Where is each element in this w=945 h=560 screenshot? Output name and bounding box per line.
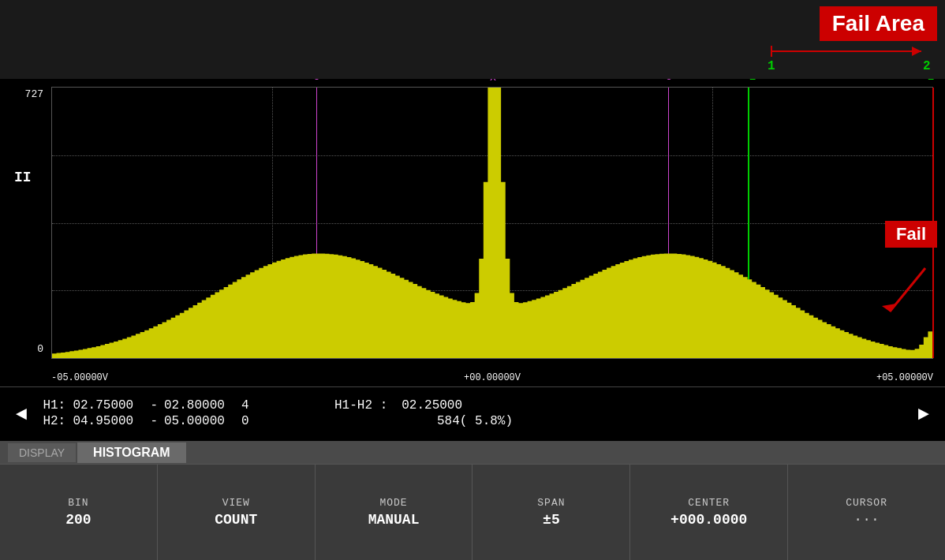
chart-inner: σ x̄ σ 1 2	[51, 87, 933, 359]
h1-label: H1:	[43, 398, 66, 413]
h2-to: 05.00000	[164, 414, 235, 428]
top-annotation-area: Fail Area 1 2	[0, 0, 945, 79]
btn-bin-label: BIN	[68, 497, 88, 509]
pause-indicator: II	[14, 170, 32, 185]
btn-span-label: SPAN	[537, 497, 565, 509]
btn-view[interactable]: VIEW COUNT	[158, 465, 316, 560]
svg-text:1: 1	[768, 59, 775, 73]
tab-histogram[interactable]: HISTOGRAM	[77, 442, 185, 463]
nav-right-arrow[interactable]: ►	[910, 404, 937, 425]
tab-display[interactable]: DISPLAY	[8, 443, 76, 462]
btn-cursor-label: CURSOR	[846, 497, 887, 509]
h2-dash: -	[150, 414, 158, 428]
readout-row-h2: H2: 04.95000 - 05.00000 0 584( 5.8%)	[43, 414, 902, 428]
h2-label: H2:	[43, 414, 66, 428]
y-label-max: 727	[0, 88, 43, 100]
svg-line-5	[890, 268, 925, 312]
data-readout-area: ◄ H1: 02.75000 - 02.80000 4 H1-H2 : 02.2…	[0, 386, 945, 442]
btn-mode[interactable]: MODE MANUAL	[316, 465, 473, 560]
diff-value: 02.25000	[402, 398, 462, 413]
x-label-left: -05.00000V	[51, 372, 108, 383]
svg-text:2: 2	[923, 59, 931, 73]
x-label-center: +00.00000V	[464, 372, 521, 383]
diff-label: H1-H2 :	[334, 398, 387, 413]
pct-value: 584( 5.8%)	[437, 414, 513, 428]
toolbar: DISPLAY HISTOGRAM BIN 200 VIEW COUNT MOD…	[0, 442, 945, 560]
y-label-min: 0	[0, 343, 43, 355]
h1-dash: -	[150, 398, 158, 413]
btn-center[interactable]: CENTER +000.0000	[630, 465, 788, 560]
btn-span[interactable]: SPAN ±5	[472, 465, 630, 560]
fail-badge: Fail	[885, 221, 937, 248]
svg-marker-2	[912, 47, 921, 56]
nav-left-arrow[interactable]: ◄	[8, 404, 35, 425]
h1-count: 4	[241, 398, 265, 413]
fail-arrow	[866, 260, 937, 323]
toolbar-header: DISPLAY HISTOGRAM	[0, 442, 945, 464]
btn-span-value: ±5	[543, 512, 560, 528]
btn-bin-value: 200	[65, 512, 91, 528]
btn-view-label: VIEW	[222, 497, 250, 509]
toolbar-buttons: BIN 200 VIEW COUNT MODE MANUAL SPAN ±5 C…	[0, 464, 945, 560]
x-label-right: +05.00000V	[876, 372, 933, 383]
btn-mode-value: MANUAL	[368, 512, 420, 528]
h1-to: 02.80000	[164, 398, 235, 413]
h2-from: 04.95000	[73, 414, 144, 428]
h1-from: 02.75000	[73, 398, 144, 413]
chart-area: 727 0 II σ x̄ σ 1 2	[0, 79, 945, 386]
histogram-chart	[52, 88, 932, 358]
btn-bin[interactable]: BIN 200	[0, 465, 158, 560]
fail-area-badge: Fail Area	[820, 6, 937, 41]
readout-content: H1: 02.75000 - 02.80000 4 H1-H2 : 02.250…	[35, 398, 910, 430]
h2-count: 0	[241, 414, 265, 428]
btn-view-value: COUNT	[215, 512, 257, 528]
btn-center-label: CENTER	[688, 497, 730, 509]
x-axis-labels: -05.00000V +00.00000V +05.00000V	[51, 372, 933, 383]
fail-area-arrow-svg: 1 2	[764, 39, 937, 83]
btn-cursor[interactable]: CURSOR ···	[788, 465, 945, 560]
btn-center-value: +000.0000	[670, 512, 747, 528]
btn-mode-label: MODE	[379, 497, 407, 509]
btn-cursor-dots: ···	[853, 512, 879, 528]
readout-row-h1: H1: 02.75000 - 02.80000 4 H1-H2 : 02.250…	[43, 398, 902, 413]
